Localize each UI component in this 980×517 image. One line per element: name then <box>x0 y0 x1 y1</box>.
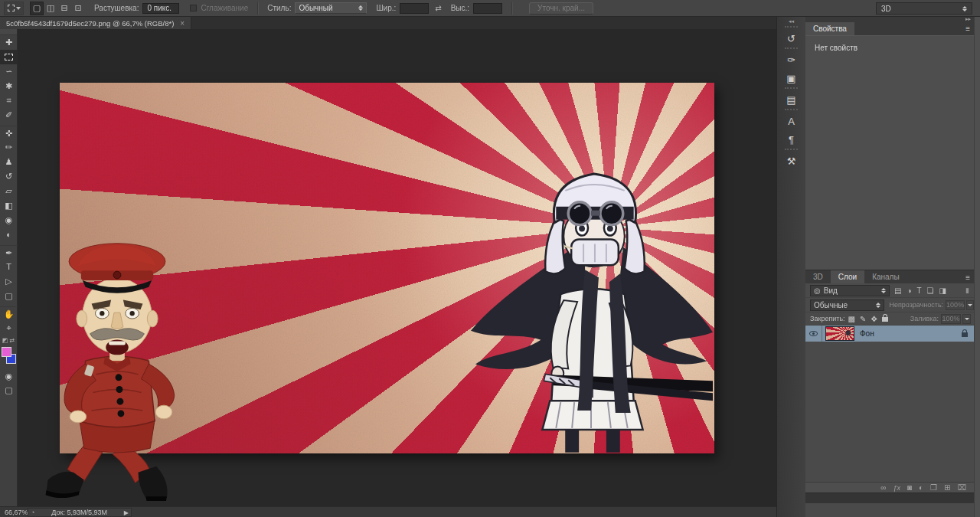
blur-tool[interactable]: ◉ <box>0 213 18 227</box>
swap-colors-icon[interactable]: ⇄ <box>9 337 15 344</box>
hand-tool[interactable]: ✋ <box>0 306 18 321</box>
lock-label: Закрепить: <box>810 315 845 322</box>
tool-preset-picker[interactable] <box>4 2 24 15</box>
filter-pixel-layers-icon[interactable]: ▤ <box>894 286 901 295</box>
layer-row-background[interactable]: Фон <box>805 326 974 342</box>
default-colors-icon[interactable]: ◩ <box>2 337 8 344</box>
divider <box>511 2 512 15</box>
feather-input[interactable]: 0 пикс. <box>142 3 179 14</box>
blend-mode-select[interactable]: Обычные <box>810 299 884 311</box>
history-panel-icon[interactable]: ↺ <box>777 29 805 47</box>
eraser-tool[interactable]: ▱ <box>0 184 18 198</box>
opacity-dropdown[interactable] <box>966 300 974 310</box>
eyedropper-tool[interactable]: ✐ <box>0 108 18 123</box>
toolbar-grip[interactable] <box>0 29 17 35</box>
intersect-selection-button[interactable]: ⊡ <box>71 2 85 15</box>
zoom-level[interactable]: 66,67% <box>5 509 28 516</box>
fill-label: Заливка: <box>910 315 939 322</box>
new-group-icon[interactable]: ❐ <box>930 483 937 492</box>
path-selection-tool[interactable]: ▷ <box>0 274 18 289</box>
brush-tool[interactable]: ✏ <box>0 140 18 155</box>
layer-thumbnail[interactable] <box>825 326 854 341</box>
clone-source-panel-icon[interactable]: ▣ <box>777 69 805 87</box>
zoom-tool[interactable]: ⌖ <box>0 321 18 335</box>
close-icon[interactable]: × <box>180 19 185 28</box>
width-input[interactable] <box>400 3 429 14</box>
spot-healing-brush-tool[interactable]: ✜ <box>0 126 18 140</box>
selection-mode-group: ▢ ◫ ⊟ ⊡ <box>30 2 85 15</box>
brush-presets-panel-icon[interactable]: ✑ <box>777 51 805 69</box>
tool-presets-panel-icon[interactable]: ⚒ <box>777 152 805 170</box>
foreground-color-swatch[interactable] <box>2 347 11 357</box>
lock-paint-icon[interactable]: ✎ <box>860 315 866 323</box>
lock-position-icon[interactable]: ✥ <box>871 315 877 323</box>
document-tab[interactable]: 5c0fb5f4543df1679d5ec279.png @ 66,7% (RG… <box>0 17 191 29</box>
quick-mask-button[interactable]: ◉ <box>0 369 18 383</box>
fill-value[interactable]: 100% <box>941 314 961 324</box>
subtract-from-selection-button[interactable]: ⊟ <box>57 2 71 15</box>
gradient-tool[interactable]: ◧ <box>0 198 18 213</box>
crop-tool[interactable]: ⌗ <box>0 93 18 108</box>
tab-3d[interactable]: 3D <box>805 270 831 283</box>
lock-transparency-icon[interactable]: ▩ <box>848 315 855 323</box>
visibility-cell[interactable] <box>805 326 822 342</box>
layer-filter-select[interactable]: ◎ Вид <box>810 285 890 296</box>
opacity-value[interactable]: 100% <box>946 300 965 310</box>
move-tool[interactable]: ✚ <box>0 35 18 50</box>
screen-mode-icon: ▢ <box>5 386 12 394</box>
refine-edge-button[interactable]: Уточн. край... <box>529 2 593 15</box>
dodge-tool[interactable]: ◐ <box>0 227 18 242</box>
history-brush-tool[interactable]: ↺ <box>0 169 18 184</box>
height-input[interactable] <box>473 3 502 14</box>
filter-toggle-icon[interactable]: ▮ <box>965 286 969 294</box>
layers-footer: ∞ ƒx ◙ ◐ ❐ ⊞ ⌧ <box>805 482 974 492</box>
lock-all-icon[interactable] <box>882 317 888 322</box>
layer-style-icon[interactable]: ƒx <box>893 484 901 492</box>
layer-comps-panel-icon[interactable]: ▤ <box>777 90 805 109</box>
doc-info-box[interactable]: ◔ Док: 5,93M/5,93M ▶ <box>28 508 132 517</box>
add-mask-icon[interactable]: ◙ <box>907 483 912 492</box>
quick-selection-icon: ✱ <box>5 82 12 90</box>
character-panel-icon[interactable]: A <box>777 112 805 130</box>
style-select[interactable]: Обычный <box>295 2 367 14</box>
quick-selection-tool[interactable]: ✱ <box>0 79 18 93</box>
width-label: Шир.: <box>376 4 396 12</box>
filter-type-layers-icon[interactable]: T <box>917 286 922 295</box>
filter-adjustment-layers-icon[interactable]: ◑ <box>906 286 911 295</box>
antialias-label: Сглаживание <box>201 4 248 12</box>
add-to-selection-button[interactable]: ◫ <box>44 2 57 15</box>
antialias-checkbox[interactable] <box>190 5 197 11</box>
no-properties-text: Нет свойств <box>815 44 858 52</box>
blur-icon: ◉ <box>5 216 13 224</box>
panel-menu-icon[interactable]: ≡ <box>965 273 970 282</box>
marquee-preset-icon <box>8 5 15 11</box>
clone-stamp-tool[interactable]: ♟ <box>0 155 18 169</box>
tab-properties[interactable]: Свойства <box>805 22 854 35</box>
tab-layers[interactable]: Слои <box>831 270 864 283</box>
new-selection-button[interactable]: ▢ <box>30 2 44 15</box>
rectangular-marquee-tool[interactable] <box>0 50 18 64</box>
dock-scrollbar[interactable] <box>974 17 980 517</box>
type-tool[interactable]: T <box>0 260 18 274</box>
lasso-tool[interactable]: ∽ <box>0 64 18 79</box>
pen-tool[interactable]: ✒ <box>0 245 18 260</box>
workspace-switcher[interactable]: 3D <box>876 2 972 15</box>
filter-smart-objects-icon[interactable]: ◨ <box>939 286 946 295</box>
tab-channels[interactable]: Каналы <box>864 270 907 283</box>
swap-dimensions-icon[interactable]: ⇄ <box>435 4 441 12</box>
link-layers-icon[interactable]: ∞ <box>880 483 886 492</box>
shape-tool[interactable]: ▢ <box>0 289 18 303</box>
dock-bottom-strip <box>805 492 974 503</box>
collapse-dock-icon[interactable]: ◂◂ <box>777 17 805 26</box>
adjustment-layer-icon[interactable]: ◐ <box>919 483 923 492</box>
status-expand-icon[interactable]: ▶ <box>124 509 129 516</box>
panel-menu-icon[interactable]: ≡ <box>965 25 970 33</box>
divider <box>257 2 258 15</box>
screen-mode-button[interactable]: ▢ <box>0 383 18 397</box>
filter-shape-layers-icon[interactable]: ❏ <box>927 286 934 295</box>
delete-layer-icon[interactable]: ⌧ <box>957 483 966 492</box>
new-layer-icon[interactable]: ⊞ <box>944 483 950 492</box>
paragraph-panel-icon[interactable]: ¶ <box>777 130 805 149</box>
layers-empty-area[interactable] <box>805 342 974 482</box>
fill-dropdown[interactable] <box>962 314 971 324</box>
